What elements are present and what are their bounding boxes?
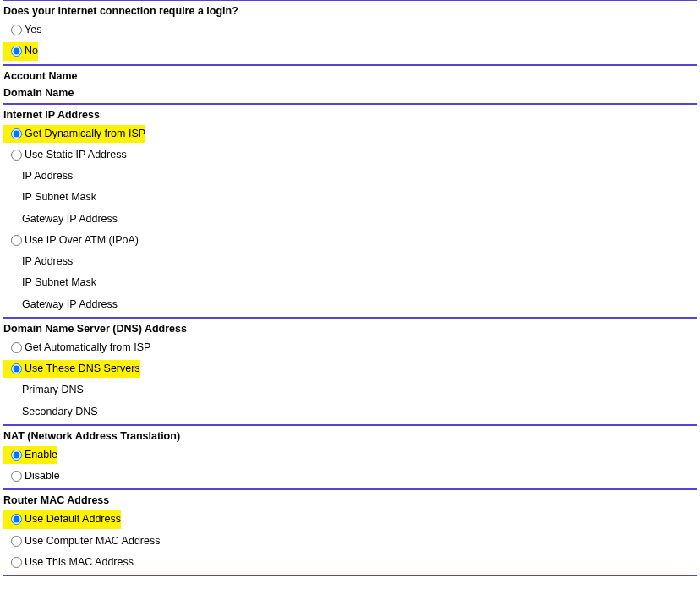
domain-name-label: Domain Name [3, 85, 697, 101]
ip-static-radio[interactable] [11, 150, 22, 161]
login-header: Does your Internet connection require a … [3, 3, 697, 19]
mac-this-radio[interactable] [11, 557, 22, 568]
nat-disable-radio[interactable] [11, 471, 22, 482]
ip-header: Internet IP Address [3, 106, 697, 123]
mac-this-label: Use This MAC Address [25, 554, 134, 571]
ip-dynamic-radio[interactable] [11, 128, 22, 139]
ip-subnet-label: IP Subnet Mask [22, 188, 96, 206]
mac-default-label: Use Default Address [25, 513, 121, 525]
nat-enable-radio[interactable] [11, 450, 22, 461]
ip-ipoa-label: Use IP Over ATM (IPoA) [25, 232, 139, 249]
dns-primary-label: Primary DNS [22, 381, 84, 399]
login-yes-radio[interactable] [11, 25, 22, 35]
login-yes-label: Yes [25, 21, 41, 39]
mac-computer-radio[interactable] [11, 536, 22, 547]
dns-header: Domain Name Server (DNS) Address [3, 320, 697, 337]
ip-ipoa-radio[interactable] [11, 235, 22, 246]
ipoa-gateway-label: Gateway IP Address [22, 296, 118, 314]
mac-header: Router MAC Address [3, 492, 697, 509]
ip-dynamic-label: Get Dynamically from ISP [25, 128, 145, 139]
dns-auto-label: Get Automatically from ISP [25, 339, 150, 357]
ipoa-address-label: IP Address [22, 253, 73, 270]
login-no-radio[interactable] [11, 46, 22, 57]
ip-gateway-label: Gateway IP Address [22, 210, 118, 228]
dns-manual-label: Use These DNS Servers [25, 363, 140, 374]
account-name-label: Account Name [3, 68, 697, 85]
ipoa-subnet-label: IP Subnet Mask [22, 274, 96, 292]
nat-enable-label: Enable [25, 449, 57, 461]
nat-header: NAT (Network Address Translation) [3, 428, 697, 445]
login-no-label: No [25, 45, 38, 57]
mac-default-radio[interactable] [11, 514, 22, 525]
nat-disable-label: Disable [25, 467, 60, 485]
ip-static-label: Use Static IP Address [25, 146, 127, 164]
dns-secondary-label: Secondary DNS [22, 403, 98, 421]
mac-computer-label: Use Computer MAC Address [25, 532, 160, 550]
dns-manual-radio[interactable] [11, 363, 22, 374]
ip-address-label: IP Address [22, 167, 73, 185]
dns-auto-radio[interactable] [11, 342, 22, 353]
